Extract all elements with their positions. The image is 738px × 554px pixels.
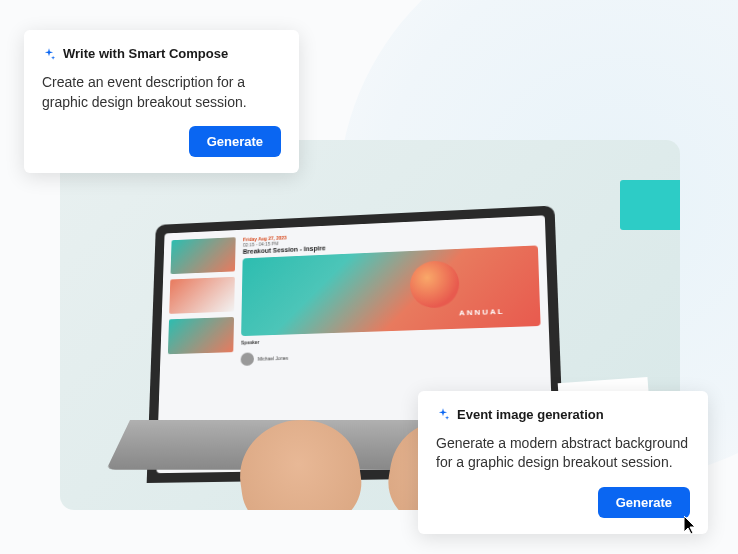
card-header: Write with Smart Compose: [42, 46, 281, 61]
image-generation-card: Event image generation Generate a modern…: [418, 391, 708, 534]
sparkle-icon: [436, 407, 450, 421]
speaker-name: Michael Jones: [258, 355, 289, 362]
card-body: Generate a modern abstract background fo…: [436, 434, 690, 473]
card-header: Event image generation: [436, 407, 690, 422]
generate-button[interactable]: Generate: [598, 487, 690, 518]
avatar: [241, 352, 254, 366]
desk-book: [620, 180, 680, 230]
sparkle-icon: [42, 47, 56, 61]
card-footer: Generate: [436, 487, 690, 518]
generate-button[interactable]: Generate: [189, 126, 281, 157]
card-body: Create an event description for a graphi…: [42, 73, 281, 112]
smart-compose-card: Write with Smart Compose Create an event…: [24, 30, 299, 173]
event-thumbnail: [169, 277, 235, 314]
card-title: Event image generation: [457, 407, 604, 422]
event-thumbnail: [168, 317, 234, 354]
cursor-icon: [684, 516, 700, 536]
speaker-row: Michael Jones: [241, 343, 542, 366]
banner-orb-graphic: [410, 260, 460, 309]
card-footer: Generate: [42, 126, 281, 157]
event-thumbnail: [171, 237, 236, 274]
event-banner: ANNUAL: [241, 245, 540, 336]
card-title: Write with Smart Compose: [63, 46, 228, 61]
banner-text: ANNUAL: [459, 307, 505, 317]
